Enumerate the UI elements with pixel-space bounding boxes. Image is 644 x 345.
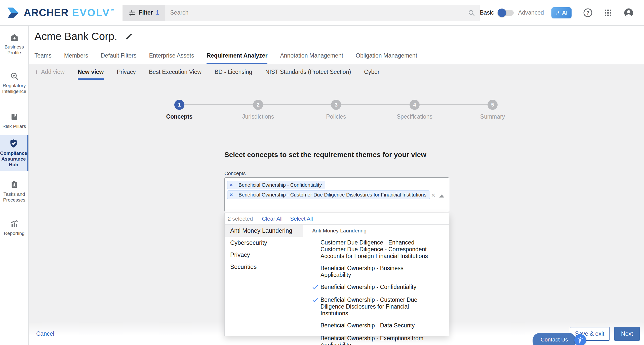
apps-grid-icon [604, 9, 612, 17]
tab-requirement-analyzer[interactable]: Requirement Analyzer [207, 52, 267, 64]
sparkle-icon [555, 10, 560, 15]
filter-count-badge: 1 [156, 9, 159, 16]
tab-enterprise-assets[interactable]: Enterprise Assets [149, 52, 194, 64]
option-row[interactable]: Beneficial Ownership - Confidentiality [312, 284, 434, 291]
page-header: Acme Bank Corp. Teams Members Default Fi… [28, 25, 644, 64]
step-heading: Select concepts to set the requirement t… [224, 151, 426, 159]
sidebar-item-label: Business Profile [1, 44, 28, 56]
view-tab-best-execution-view[interactable]: Best Execution View [149, 64, 202, 80]
page-title: Acme Bank Corp. [34, 30, 117, 42]
step-summary[interactable]: 5 Summary [465, 100, 520, 120]
cancel-link[interactable]: Cancel [36, 330, 54, 337]
select-all-link[interactable]: Select All [290, 216, 313, 222]
sidebar-item-tasks-and-processes[interactable]: Tasks and Processes [0, 177, 28, 206]
archer-chevron-icon [7, 7, 21, 19]
top-bar: ARCHER EVOLV ™ Filter 1 Bas [0, 0, 644, 26]
view-tab-cyber[interactable]: Cyber [364, 64, 379, 80]
toggle-knob [498, 9, 506, 17]
chip-remove-button[interactable]: ✕ [227, 191, 235, 199]
selected-concept-chip: ✕ Beneficial Ownership - Confidentiality [227, 181, 325, 189]
concepts-multiselect-field[interactable]: ✕ Beneficial Ownership - Confidentiality… [224, 177, 449, 212]
filter-label: Filter [139, 9, 153, 16]
option-row[interactable]: Beneficial Ownership - Customer Due Dili… [312, 297, 434, 317]
brand-trademark: ™ [110, 8, 114, 12]
step-policies[interactable]: 3 Policies [308, 100, 364, 120]
step-circle: 4 [410, 100, 420, 110]
top-right-controls: Basic Advanced AI ? [480, 7, 634, 18]
sidebar-item-regulatory-intelligence[interactable]: Regulatory Intelligence [0, 68, 28, 98]
category-cybersecurity[interactable]: Cybersecurity [225, 237, 303, 249]
option-row[interactable]: Beneficial Ownership - Business Applicab… [312, 265, 434, 278]
account-avatar[interactable] [623, 8, 634, 18]
search-icon[interactable] [468, 9, 475, 17]
next-button[interactable]: Next [614, 327, 640, 341]
sidebar-item-label: Risk Pillars [3, 123, 26, 129]
search-bar: Filter 1 [123, 5, 480, 21]
clear-all-link[interactable]: Clear All [262, 216, 283, 222]
clear-field-button[interactable]: ✕ [431, 192, 435, 199]
apps-grid-button[interactable] [604, 9, 612, 17]
step-label: Summary [480, 113, 505, 120]
sidebar-item-label: Tasks and Processes [1, 191, 28, 203]
concepts-field-label: Concepts [224, 171, 246, 176]
chip-remove-button[interactable]: ✕ [227, 181, 235, 189]
add-view-button[interactable]: + Add view [34, 64, 65, 80]
brand-secondary: EVOLV [72, 7, 110, 19]
accessibility-widget-button[interactable] [574, 334, 586, 345]
check-icon [312, 322, 320, 330]
category-securities[interactable]: Securities [225, 261, 303, 273]
category-list: Anti Money Laundering Cybersecurity Priv… [225, 225, 303, 336]
step-concepts[interactable]: 1 Concepts [152, 100, 207, 120]
option-label: Beneficial Ownership - Exemptions from A… [320, 335, 434, 345]
view-tab-nist-standards[interactable]: NIST Standards (Protect Section) [265, 64, 351, 80]
tab-default-filters[interactable]: Default Filters [101, 52, 137, 64]
option-group-header: Anti Money Laundering [312, 228, 434, 234]
selected-concept-chip: ✕ Beneficial Ownership - Customer Due Di… [227, 190, 430, 199]
check-icon [312, 297, 320, 317]
option-row[interactable]: Customer Due Diligence - Enhanced Custom… [312, 239, 434, 260]
option-label: Beneficial Ownership - Data Security [320, 322, 434, 330]
mode-advanced-label: Advanced [518, 9, 544, 16]
collapse-dropdown-caret-icon[interactable] [439, 194, 444, 198]
step-specifications[interactable]: 4 Specifications [387, 100, 442, 120]
step-label: Policies [326, 113, 346, 120]
brand-primary: ARCHER [24, 7, 68, 19]
filter-button[interactable]: Filter 1 [123, 5, 165, 21]
check-icon [312, 284, 320, 291]
category-privacy[interactable]: Privacy [225, 249, 303, 261]
tab-annotation-management[interactable]: Annotation Management [280, 52, 343, 64]
tab-members[interactable]: Members [64, 52, 88, 64]
step-circle: 5 [488, 100, 498, 110]
left-nav: Business Profile Regulatory Intelligence… [0, 25, 29, 345]
mode-basic-label: Basic [480, 9, 494, 16]
option-label: Beneficial Ownership - Confidentiality [320, 284, 434, 291]
sidebar-item-risk-pillars[interactable]: Risk Pillars [0, 109, 28, 133]
basic-advanced-toggle[interactable] [498, 10, 514, 16]
archer-evolv-logo[interactable]: ARCHER EVOLV ™ [7, 7, 114, 19]
edit-title-button[interactable] [125, 33, 133, 40]
check-icon [312, 239, 320, 260]
help-button[interactable]: ? [583, 8, 593, 18]
sidebar-item-business-profile[interactable]: Business Profile [0, 29, 28, 59]
category-anti-money-laundering[interactable]: Anti Money Laundering [225, 225, 303, 237]
sidebar-item-compliance-assurance-hub[interactable]: Compliance Assurance Hub [0, 135, 28, 171]
sidebar-item-reporting[interactable]: Reporting [0, 216, 28, 240]
chip-label: Beneficial Ownership - Customer Due Dili… [235, 191, 430, 199]
ai-label: AI [562, 10, 568, 16]
concepts-dropdown-panel: 2 selected Clear All Select All Anti Mon… [224, 213, 449, 336]
book-bookmark-icon [10, 112, 19, 121]
bar-chart-icon [10, 219, 19, 228]
tab-teams[interactable]: Teams [34, 52, 52, 64]
view-tab-privacy[interactable]: Privacy [117, 64, 136, 80]
ai-button[interactable]: AI [551, 7, 572, 18]
view-tab-new-view[interactable]: New view [78, 64, 104, 80]
option-row[interactable]: Beneficial Ownership - Exemptions from A… [312, 335, 434, 345]
tab-obligation-management[interactable]: Obligation Management [356, 52, 417, 64]
chip-label: Beneficial Ownership - Confidentiality [235, 181, 325, 189]
search-input[interactable] [170, 9, 468, 16]
view-tab-bd-licensing[interactable]: BD - Licensing [215, 64, 252, 80]
option-row[interactable]: Beneficial Ownership - Data Security [312, 322, 434, 330]
contact-us-button[interactable]: Contact Us [533, 333, 576, 345]
step-jurisdictions[interactable]: 2 Jurisdictions [230, 100, 286, 120]
step-label: Specifications [397, 113, 432, 120]
